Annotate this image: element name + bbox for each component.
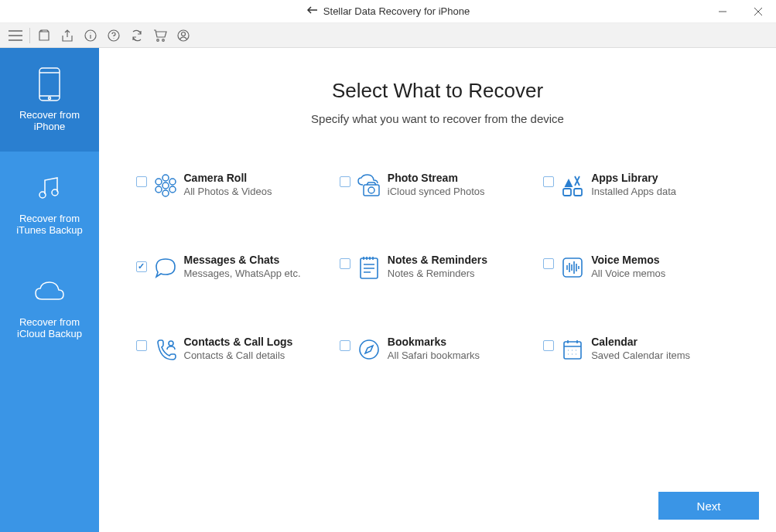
chat-bubble-icon [152,254,179,281]
option-apps-library[interactable]: Apps Library Installed Apps data [543,172,739,200]
checkbox[interactable] [543,176,554,187]
option-title: Bookmarks [388,336,480,348]
next-button[interactable]: Next [658,492,759,520]
svg-point-10 [162,182,169,189]
svg-point-23 [169,341,173,346]
titlebar: Stellar Data Recovery for iPhone [0,0,776,23]
checkbox[interactable] [136,176,147,187]
option-bookmarks[interactable]: Bookmarks All Safari bookmarks [340,336,535,363]
checkbox[interactable] [136,340,147,351]
checkbox[interactable] [136,261,147,272]
option-desc: Saved Calendar items [591,350,690,361]
svg-point-2 [157,39,159,41]
help-icon[interactable] [103,25,125,46]
svg-point-13 [156,179,162,185]
svg-rect-20 [574,189,582,196]
checkbox[interactable] [543,340,554,351]
option-title: Apps Library [591,172,676,184]
option-desc: Contacts & Call details [184,350,293,361]
cart-icon[interactable] [149,25,171,46]
option-title: Camera Roll [184,172,272,184]
save-report-icon[interactable] [33,25,55,46]
option-title: Notes & Reminders [388,254,487,266]
compass-icon [355,336,383,363]
divider [29,28,30,43]
checkbox[interactable] [340,258,350,269]
option-desc: Installed Apps data [591,186,676,197]
option-voice-memos[interactable]: Voice Memos All Voice memos [543,254,739,281]
option-desc: All Safari bookmarks [388,350,480,361]
flower-icon [152,172,179,200]
phone-user-icon [152,336,179,363]
svg-point-8 [39,192,46,198]
footer: Next [658,492,759,520]
option-desc: All Photos & Videos [184,186,272,197]
option-contacts-calls[interactable]: Contacts & Call Logs Contacts & Call det… [136,336,332,363]
svg-point-24 [360,340,378,359]
svg-point-11 [162,175,169,181]
user-icon[interactable] [173,25,194,46]
checkbox[interactable] [543,258,554,269]
checkbox[interactable] [340,176,350,187]
option-title: Photo Stream [388,172,485,184]
svg-point-9 [52,189,58,196]
sidebar-item-label: Recover from iCloud Backup [6,316,93,339]
window-controls [705,0,776,23]
svg-rect-25 [564,342,581,359]
svg-point-3 [162,39,165,41]
close-button[interactable] [740,0,776,23]
main-panel: Select What to Recover Specify what you … [99,48,776,532]
cloud-camera-icon [355,172,383,200]
main-header: Select What to Recover Specify what you … [99,48,776,141]
phone-icon [32,67,67,101]
sidebar-item-recover-icloud[interactable]: Recover from iCloud Backup [0,255,99,359]
window-title-wrap: Stellar Data Recovery for iPhone [306,5,470,17]
option-title: Contacts & Call Logs [184,336,293,348]
option-camera-roll[interactable]: Camera Roll All Photos & Videos [136,172,332,200]
menu-button[interactable] [5,25,26,46]
checkbox[interactable] [340,340,350,351]
option-title: Calendar [591,336,690,348]
refresh-icon[interactable] [126,25,148,46]
info-icon[interactable] [80,25,101,46]
option-title: Messages & Chats [184,254,301,266]
waveform-icon [559,254,586,281]
option-desc: Messages, WhatsApp etc. [184,268,301,279]
sidebar: Recover from iPhone Recover from iTunes … [0,48,99,532]
svg-point-16 [169,186,176,193]
option-photo-stream[interactable]: Photo Stream iCloud synced Photos [340,172,535,200]
svg-point-7 [49,97,51,100]
option-desc: iCloud synced Photos [388,186,485,197]
svg-rect-19 [563,189,571,196]
svg-point-12 [162,190,169,196]
options-grid: Camera Roll All Photos & Videos Photo St… [136,172,740,363]
sidebar-item-recover-itunes[interactable]: Recover from iTunes Backup [0,152,99,255]
sidebar-item-label: Recover from iTunes Backup [6,213,93,236]
toolbar [0,23,776,48]
option-desc: All Voice memos [591,268,665,279]
svg-point-14 [169,179,176,185]
sidebar-item-recover-iphone[interactable]: Recover from iPhone [0,48,99,152]
page-title: Select What to Recover [99,79,776,103]
cloud-icon [32,275,67,309]
option-notes-reminders[interactable]: Notes & Reminders Notes & Reminders [340,254,535,281]
svg-rect-17 [364,185,379,196]
export-icon[interactable] [56,25,78,46]
apps-icon [559,172,586,200]
notepad-icon [355,254,383,281]
music-note-icon [32,171,67,205]
minimize-button[interactable] [705,0,740,23]
option-calendar[interactable]: Calendar Saved Calendar items [543,336,739,363]
option-desc: Notes & Reminders [388,268,487,279]
calendar-icon [559,336,586,363]
page-subtitle: Specify what you want to recover from th… [99,112,776,125]
window-title: Stellar Data Recovery for iPhone [323,5,470,17]
back-arrow-icon [306,5,319,17]
option-title: Voice Memos [591,254,665,266]
svg-point-18 [368,187,374,193]
option-messages-chats[interactable]: Messages & Chats Messages, WhatsApp etc. [136,254,332,281]
svg-point-15 [156,186,162,193]
sidebar-item-label: Recover from iPhone [6,109,93,132]
svg-point-5 [182,32,186,36]
